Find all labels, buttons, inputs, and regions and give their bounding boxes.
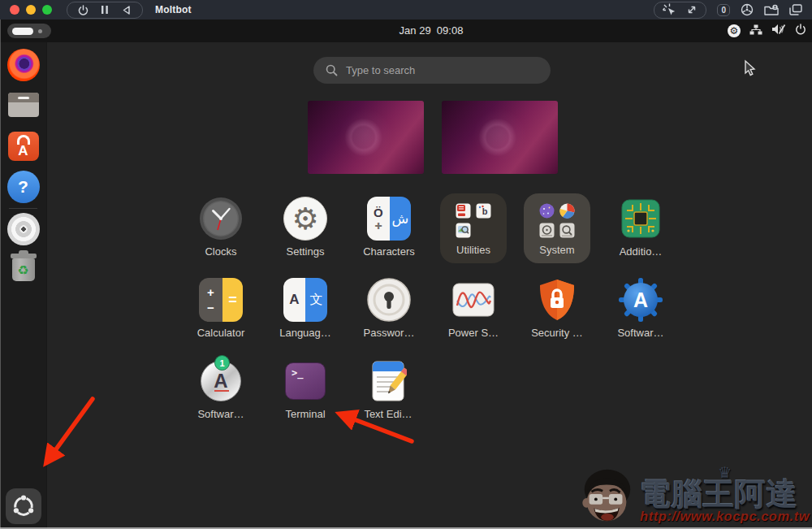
app-clocks[interactable]: Clocks [180,195,261,258]
usage-pie-mini-icon [559,203,575,219]
app-settings[interactable]: ⚙ Settings [265,195,346,258]
vm-window-title: Moltbot [155,4,192,15]
app-text-editor[interactable]: Text Edi… [348,358,429,420]
watermark: ♛ 電腦王阿達 http://www.kocpc.com.tw [575,466,810,527]
vm-send-key-button[interactable] [121,5,132,15]
character-map-mini-icon: b [476,203,491,219]
top-panel: Jan 29 09:08 ⚙ [0,20,812,42]
panel-clock[interactable]: Jan 29 09:08 [50,20,812,42]
passwords-icon [367,276,411,323]
app-label: Additio… [620,245,663,258]
vm-titlebar: Moltbot 0 [0,0,812,20]
vm-power-button[interactable] [78,5,89,15]
calculator-icon: + − = [199,276,243,323]
folder-label: System [539,244,574,256]
settings-icon: ⚙ [283,195,327,242]
app-characters[interactable]: Ö ✚ ش Characters [348,195,430,258]
dock-item-trash[interactable]: ♻ [9,254,38,286]
font-doc-mini-icon [456,203,471,219]
folder-utilities[interactable]: b Utilities [440,193,507,263]
folder-system[interactable]: System [524,193,590,263]
system-status-area[interactable]: ⚙ [728,20,806,42]
dock-divider [9,208,37,209]
system-folder-preview [539,203,575,238]
additional-drivers-icon [620,195,662,242]
files-folder-icon [8,93,39,117]
close-button[interactable] [10,5,19,15]
crown-icon: ♛ [718,463,732,482]
wired-network-icon [749,24,762,38]
dock-item-help[interactable]: ? [7,171,40,203]
app-power-statistics[interactable]: Power S… [433,276,514,339]
mouse-cursor [745,61,754,76]
app-security[interactable]: Security … [516,276,598,339]
minimize-button[interactable] [26,5,36,15]
app-label: Softwar… [617,327,663,339]
window-frame-left [0,20,1,529]
software-icon: A [618,276,663,323]
watermark-title: 電腦王阿達 [640,479,810,511]
disks-mini-icon [539,223,555,238]
ubuntu-logo-icon [11,494,36,518]
app-terminal[interactable]: >_ Terminal [265,358,346,420]
capture-cursor-icon[interactable] [663,3,676,16]
resize-display-icon[interactable] [686,4,698,15]
app-label: Settings [287,245,325,258]
app-language[interactable]: A 文 Languag… [265,276,346,339]
vm-control-group [67,2,143,19]
workspace-dot [38,29,42,33]
software-updater-icon: A 1 [201,358,241,405]
vm-pause-button[interactable] [101,5,109,15]
vm-pointer-group [654,2,706,19]
watermark-text: ♛ 電腦王阿達 http://www.kocpc.com.tw [640,469,810,525]
clocks-icon [199,195,243,242]
utilities-folder-preview: b [456,203,491,238]
dock-item-firefox[interactable] [7,49,40,81]
app-additional-drivers[interactable]: Additio… [600,195,681,258]
zoom-button[interactable] [42,5,52,15]
workspace-indicator[interactable] [7,24,51,38]
app-label: Power S… [448,327,499,339]
watermark-url: http://www.kocpc.com.tw [640,509,810,524]
app-label: Characters [363,245,415,258]
security-shield-icon [538,276,576,323]
vm-toolbar-right: 0 [654,2,812,19]
space-mini-icon [539,203,555,219]
app-label: Text Edi… [364,408,412,420]
ubuntu-software-icon: A [8,132,39,161]
usb-devices-button[interactable]: 0 [717,4,730,16]
show-applications-button[interactable] [6,488,41,524]
disc-icon [7,213,40,245]
app-label: Clocks [205,245,236,258]
text-editor-icon [369,358,407,405]
workspace-thumbnail-2[interactable] [442,101,558,174]
app-software-updater[interactable]: A 1 Softwar… [180,358,261,420]
app-label: Security … [531,327,583,339]
dock-item-files[interactable] [8,93,39,117]
app-label: Calculator [197,327,245,339]
disk-dial-icon[interactable] [741,3,754,16]
workspace-thumbnail-1[interactable] [308,101,424,174]
firefox-icon [7,49,40,81]
settings-gear-icon: ⚙ [728,24,741,37]
app-label: Languag… [279,327,331,339]
help-icon: ? [7,171,40,203]
dock: A ? ♻ [0,42,47,529]
windows-icon[interactable] [789,4,802,15]
power-statistics-icon [452,276,495,323]
app-label: Passwor… [364,327,415,339]
red-arrow-to-show-apps [47,399,93,462]
dock-item-media-disc[interactable] [7,213,40,245]
app-calculator[interactable]: + − = Calculator [180,276,261,339]
app-passwords-keys[interactable]: Passwor… [348,276,430,339]
folder-label: Utilities [456,244,490,256]
search-input[interactable]: Type to search [313,57,551,84]
characters-icon: Ö ✚ ش [367,195,411,242]
update-count-badge: 1 [214,355,230,371]
app-software[interactable]: A Softwar… [600,276,681,339]
power-icon [795,24,806,38]
image-viewer-mini-icon [456,223,471,238]
watermark-mascot-face [575,466,638,527]
dock-item-ubuntu-software[interactable]: A [8,132,39,161]
shared-folder-icon[interactable] [764,4,779,15]
